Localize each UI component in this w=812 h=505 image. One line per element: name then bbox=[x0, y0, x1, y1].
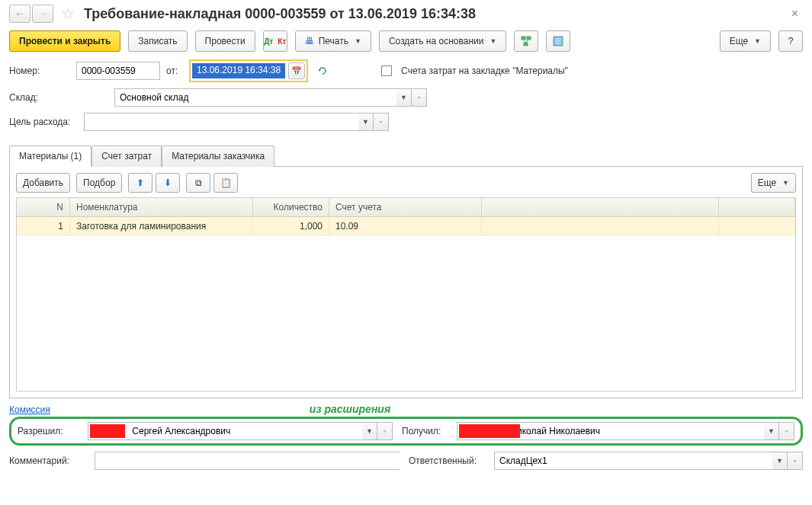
tab-customer-materials[interactable]: Материалы заказчика bbox=[162, 145, 274, 167]
cell-n[interactable]: 1 bbox=[17, 217, 70, 235]
col-end bbox=[719, 198, 795, 216]
close-icon[interactable]: × bbox=[787, 5, 803, 22]
cell-acct[interactable]: 10.09 bbox=[329, 217, 482, 235]
calendar-icon[interactable]: 📅 bbox=[288, 62, 305, 79]
chevron-down-icon: ▼ bbox=[355, 37, 361, 45]
col-spacer bbox=[482, 198, 719, 216]
svg-line-4 bbox=[526, 40, 528, 43]
arrow-up-icon: ⬆ bbox=[136, 177, 144, 188]
pick-button[interactable]: Подбор bbox=[76, 173, 122, 193]
tree-icon bbox=[520, 35, 532, 47]
purpose-input[interactable] bbox=[84, 113, 358, 131]
extension-note: из расширения bbox=[310, 403, 390, 415]
favorite-star-icon[interactable]: ☆ bbox=[59, 5, 76, 22]
print-button[interactable]: 🖶 Печать ▼ bbox=[295, 30, 371, 52]
copy-button[interactable]: ⧉ bbox=[186, 173, 210, 193]
col-acct-header[interactable]: Счет учета bbox=[329, 198, 482, 216]
approved-input[interactable] bbox=[88, 422, 362, 440]
chevron-down-icon[interactable]: ▼ bbox=[396, 88, 412, 107]
nav-back-button[interactable]: ← bbox=[9, 5, 30, 23]
arrow-down-icon: ⬇ bbox=[164, 177, 172, 188]
commission-link[interactable]: Комиссия bbox=[9, 404, 50, 415]
col-qty-header[interactable]: Количество bbox=[253, 198, 329, 216]
chevron-down-icon: ▼ bbox=[754, 37, 761, 45]
help-button[interactable]: ? bbox=[778, 30, 803, 52]
print-label: Печать bbox=[319, 36, 348, 46]
comment-input[interactable] bbox=[95, 452, 400, 470]
move-up-button[interactable]: ⬆ bbox=[128, 173, 152, 193]
post-and-close-button[interactable]: Провести и закрыть bbox=[9, 30, 120, 52]
number-input[interactable] bbox=[76, 62, 160, 80]
copy-icon: ⧉ bbox=[195, 177, 202, 188]
table-row[interactable]: 1 Заготовка для ламинирования 1,000 10.0… bbox=[17, 217, 795, 236]
tab-materials[interactable]: Материалы (1) bbox=[9, 145, 91, 167]
col-nomen-header[interactable]: Номенклатура bbox=[70, 198, 253, 216]
page-title: Требование-накладная 0000-003559 от 13.0… bbox=[84, 6, 476, 22]
more-label: Еще bbox=[730, 36, 748, 46]
svg-rect-2 bbox=[524, 43, 528, 46]
chevron-down-icon[interactable]: ▼ bbox=[764, 422, 779, 440]
open-icon[interactable]: ▫ bbox=[412, 88, 427, 107]
open-icon[interactable]: ▫ bbox=[374, 113, 389, 131]
paste-icon: 📋 bbox=[220, 177, 232, 188]
extension-frame: Разрешил: ▼ ▫ Получил: ▼ ▫ bbox=[9, 417, 803, 446]
cell-nomen[interactable]: Заготовка для ламинирования bbox=[70, 217, 253, 235]
purpose-label: Цель расхода: bbox=[9, 117, 78, 127]
tab-cost-account[interactable]: Счет затрат bbox=[91, 145, 162, 167]
related-docs-button[interactable] bbox=[514, 30, 538, 52]
chevron-down-icon[interactable]: ▼ bbox=[358, 113, 374, 131]
cell-qty[interactable]: 1,000 bbox=[253, 217, 329, 235]
save-button[interactable]: Записать bbox=[128, 30, 187, 52]
open-icon[interactable]: ▫ bbox=[377, 422, 393, 440]
list-icon bbox=[553, 36, 563, 46]
approved-label: Разрешил: bbox=[18, 426, 79, 436]
move-down-button[interactable]: ⬇ bbox=[156, 173, 180, 193]
warehouse-input[interactable] bbox=[114, 88, 396, 107]
printer-icon: 🖶 bbox=[305, 36, 314, 46]
approved-lookup[interactable]: ▼ ▫ bbox=[88, 422, 393, 440]
chevron-down-icon: ▼ bbox=[782, 179, 789, 187]
svg-rect-0 bbox=[522, 37, 525, 40]
dtkt-icon-button[interactable]: ДтКт bbox=[263, 30, 287, 52]
paste-button[interactable]: 📋 bbox=[213, 173, 238, 193]
responsible-input[interactable] bbox=[494, 452, 772, 470]
cost-accounts-label: Счета затрат на закладке "Материалы" bbox=[401, 66, 568, 76]
chevron-down-icon: ▼ bbox=[489, 37, 496, 45]
comment-label: Комментарий: bbox=[9, 455, 85, 466]
open-icon[interactable]: ▫ bbox=[779, 422, 794, 440]
responsible-label: Ответственный: bbox=[409, 455, 485, 466]
open-icon[interactable]: ▫ bbox=[788, 452, 803, 470]
materials-grid[interactable]: N Номенклатура Количество Счет учета 1 З… bbox=[16, 197, 796, 392]
chevron-down-icon[interactable]: ▼ bbox=[362, 422, 377, 440]
grid-more-button[interactable]: Еще ▼ bbox=[751, 173, 796, 193]
svg-rect-1 bbox=[527, 37, 531, 40]
col-n-header[interactable]: N bbox=[17, 198, 70, 216]
refresh-icon[interactable] bbox=[314, 62, 331, 79]
date-field-frame: 13.06.2019 16:34:38 📅 bbox=[189, 59, 308, 82]
received-label: Получил: bbox=[402, 426, 448, 436]
add-row-button[interactable]: Добавить bbox=[16, 173, 70, 193]
warehouse-lookup[interactable]: ▼ ▫ bbox=[114, 88, 427, 107]
dtkt-icon: Дт bbox=[264, 37, 273, 46]
more-button[interactable]: Еще ▼ bbox=[720, 30, 771, 52]
nav-forward-button[interactable]: → bbox=[32, 5, 53, 23]
from-label: от: bbox=[166, 66, 183, 76]
number-label: Номер: bbox=[9, 66, 70, 76]
extra-button[interactable] bbox=[546, 30, 570, 52]
date-input[interactable]: 13.06.2019 16:34:38 bbox=[192, 63, 285, 78]
cell-end bbox=[719, 217, 795, 235]
warehouse-label: Склад: bbox=[9, 92, 108, 103]
grid-header: N Номенклатура Количество Счет учета bbox=[17, 198, 795, 217]
svg-line-3 bbox=[523, 40, 526, 43]
cell-sp bbox=[482, 217, 719, 235]
post-button[interactable]: Провести bbox=[195, 30, 255, 52]
chevron-down-icon[interactable]: ▼ bbox=[772, 452, 788, 470]
comment-field[interactable] bbox=[95, 452, 400, 470]
responsible-lookup[interactable]: ▼ ▫ bbox=[494, 452, 803, 470]
purpose-lookup[interactable]: ▼ ▫ bbox=[84, 113, 389, 131]
create-by-label: Создать на основании bbox=[389, 36, 484, 46]
grid-more-label: Еще bbox=[758, 177, 776, 188]
cost-accounts-checkbox[interactable] bbox=[381, 66, 392, 76]
create-based-on-button[interactable]: Создать на основании ▼ bbox=[379, 30, 506, 52]
